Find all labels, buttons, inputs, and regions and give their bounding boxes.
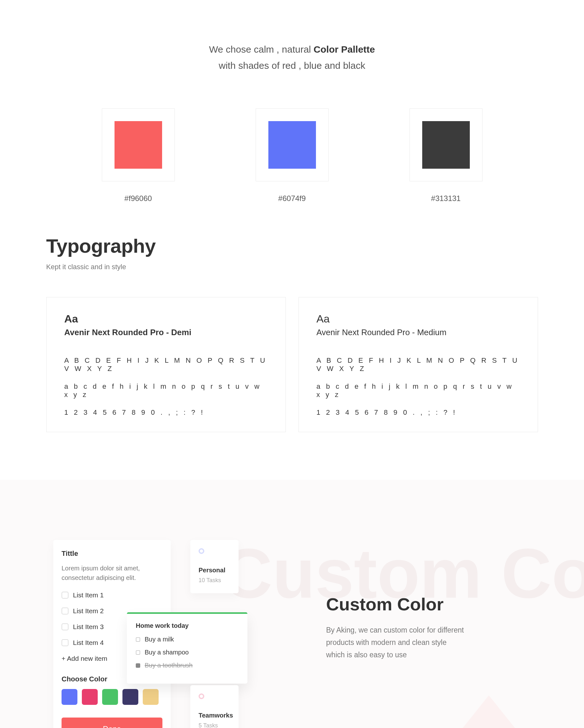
todo-accent-bar: [127, 612, 248, 614]
palette-row: #f96060 #6074f9 #313131: [102, 108, 482, 203]
swatch-item-0: #f96060: [102, 108, 175, 203]
custom-color-text: Custom Color By Aking, we can custom col…: [326, 594, 466, 728]
typography-section: Typography Kept it classic and in style …: [46, 235, 538, 432]
main-card-desc: Lorem ipsum dolor sit amet, consectetur …: [61, 564, 162, 582]
typo-upper-0: A B C D E F H I J K L M N O P Q R S T U …: [65, 356, 268, 373]
checkbox-icon[interactable]: [61, 607, 69, 615]
swatch-item-2: #313131: [409, 108, 482, 203]
typo-lower-1: a b c d e f h i j k l m n o p q r s t u …: [316, 382, 520, 399]
todo-item[interactable]: Buy a milk: [136, 636, 238, 643]
color-chip-3[interactable]: [123, 689, 138, 705]
typography-card-1: Aa Avenir Next Rounded Pro - Medium A B …: [299, 297, 538, 432]
typo-name-0: Avenir Next Rounded Pro - Demi: [65, 328, 268, 337]
checkbox-icon[interactable]: [61, 623, 69, 630]
list-item-label: List Item 2: [73, 607, 104, 615]
swatch-1: [269, 121, 316, 169]
checkbox-icon[interactable]: [61, 639, 69, 646]
palette-intro: We chose calm , natural Color Pallette w…: [0, 0, 584, 74]
checkbox-icon[interactable]: [136, 650, 140, 655]
palette-intro-strong: Color Pallette: [314, 44, 375, 55]
typography-sub: Kept it classic and in style: [46, 263, 538, 271]
custom-color-section: Custom Color Tittle Lorem ipsum dolor si…: [0, 480, 584, 728]
swatch-card-2: [409, 108, 482, 181]
category-card-teamworks[interactable]: Teamworks 5 Tasks: [190, 685, 238, 728]
palette-intro-line2: with shades of red , blue and black: [0, 57, 584, 74]
list-item-label: List Item 4: [73, 639, 104, 647]
typo-upper-1: A B C D E F H I J K L M N O P Q R S T U …: [316, 356, 520, 373]
list-item-label: List Item 1: [73, 591, 104, 599]
main-card-title: Tittle: [61, 549, 162, 558]
swatch-hex-2: #313131: [431, 194, 461, 203]
category-dot-icon: [199, 694, 204, 699]
typography-heading: Typography: [46, 235, 538, 257]
palette-intro-prefix: We chose calm , natural: [209, 44, 314, 55]
done-button[interactable]: Done: [61, 718, 162, 728]
category-name: Teamworks: [199, 712, 230, 719]
todo-list: Buy a milk Buy a shampoo Buy a toothbrus…: [136, 636, 238, 669]
category-dot-icon: [199, 548, 204, 554]
category-count: 10 Tasks: [199, 577, 230, 584]
custom-color-desc: By Aking, we can custom color for differ…: [326, 624, 466, 661]
list-item[interactable]: List Item 1: [61, 591, 162, 599]
checkbox-icon[interactable]: [136, 637, 140, 642]
todo-item-label: Buy a shampoo: [145, 649, 189, 656]
category-count: 5 Tasks: [199, 722, 230, 728]
todo-card: Home work today Buy a milk Buy a shampoo…: [127, 612, 248, 684]
list-item-label: List Item 3: [73, 623, 104, 631]
typo-name-1: Avenir Next Rounded Pro - Medium: [316, 328, 520, 337]
todo-item[interactable]: Buy a toothbrush: [136, 662, 238, 669]
color-chip-0[interactable]: [61, 689, 77, 705]
todo-item[interactable]: Buy a shampoo: [136, 649, 238, 656]
typo-lower-0: a b c d e f h i j k l m n o p q r s t u …: [65, 382, 268, 399]
color-chip-2[interactable]: [102, 689, 118, 705]
checkbox-icon[interactable]: [61, 592, 69, 599]
cards-cluster: Tittle Lorem ipsum dolor sit amet, conse…: [53, 540, 295, 728]
color-chip-row: [61, 689, 162, 705]
swatch-2: [422, 121, 470, 169]
typo-nums-0: 1 2 3 4 5 6 7 8 9 0 . , ; : ? !: [65, 408, 268, 417]
typo-aa-0: Aa: [65, 313, 268, 325]
category-name: Personal: [199, 567, 230, 574]
category-card-personal[interactable]: Personal 10 Tasks: [190, 540, 238, 593]
checkbox-icon[interactable]: [136, 663, 140, 668]
swatch-0: [115, 121, 162, 169]
todo-title: Home work today: [136, 622, 238, 629]
typo-nums-1: 1 2 3 4 5 6 7 8 9 0 . , ; : ? !: [316, 408, 520, 417]
todo-item-label: Buy a toothbrush: [145, 662, 193, 669]
swatch-item-1: #6074f9: [256, 108, 329, 203]
todo-item-label: Buy a milk: [145, 636, 174, 643]
swatch-hex-1: #6074f9: [278, 194, 306, 203]
typography-card-0: Aa Avenir Next Rounded Pro - Demi A B C …: [46, 297, 286, 432]
color-chip-4[interactable]: [143, 689, 159, 705]
swatch-card-0: [102, 108, 175, 181]
color-chip-1[interactable]: [82, 689, 98, 705]
custom-color-heading: Custom Color: [326, 594, 466, 615]
typo-aa-1: Aa: [316, 313, 520, 325]
swatch-card-1: [256, 108, 329, 181]
swatch-hex-0: #f96060: [124, 194, 152, 203]
